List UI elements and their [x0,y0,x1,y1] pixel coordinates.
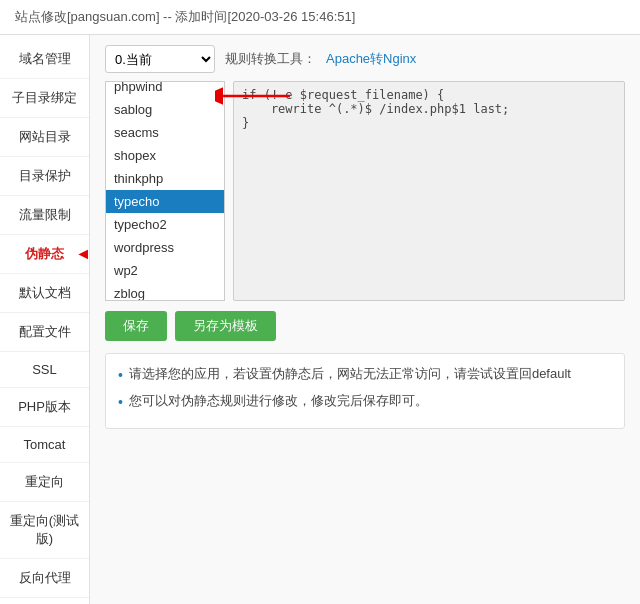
dropdown-list[interactable]: discuzx2discuzx3drupalecshopemloglaravel… [105,81,225,301]
toolbar-row: 0.当前 规则转换工具： Apache转Nginx [105,45,625,73]
main-content: 0.当前 规则转换工具： Apache转Nginx discuzx2discuz… [90,35,640,604]
version-select[interactable]: 0.当前 [105,45,215,73]
sidebar: 域名管理 子目录绑定 网站目录 目录保护 流量限制 伪静态 ◄ 默认文档 配 [0,35,90,604]
sidebar-item-ssl[interactable]: SSL [0,352,89,388]
editor-with-dropdown: discuzx2discuzx3drupalecshopemloglaravel… [105,81,625,301]
dropdown-item[interactable]: wordpress [106,236,224,259]
sidebar-item-domain[interactable]: 域名管理 [0,40,89,79]
sidebar-item-redirect-test[interactable]: 重定向(测试版) [0,502,89,559]
note-text-1: 请选择您的应用，若设置伪静态后，网站无法正常访问，请尝试设置回default [129,364,571,384]
active-arrow-icon: ◄ [75,245,91,263]
dropdown-item[interactable]: wp2 [106,259,224,282]
note-text-2: 您可以对伪静态规则进行修改，修改完后保存即可。 [129,391,428,411]
notes-section: • 请选择您的应用，若设置伪静态后，网站无法正常访问，请尝试设置回default… [105,353,625,429]
dropdown-item[interactable]: typecho [106,190,224,213]
sidebar-item-website-dir[interactable]: 网站目录 [0,118,89,157]
sidebar-item-php-version[interactable]: PHP版本 [0,388,89,427]
rule-convert-label: 规则转换工具： [225,50,316,68]
dropdown-item[interactable]: shopex [106,144,224,167]
dropdown-item[interactable]: seacms [106,121,224,144]
note-item-2: • 您可以对伪静态规则进行修改，修改完后保存即可。 [118,391,612,413]
dropdown-item[interactable]: typecho2 [106,213,224,236]
dropdown-item[interactable]: phpwind [106,81,224,98]
page-title: 站点修改[pangsuan.com] -- 添加时间[2020-03-26 15… [15,9,355,24]
sidebar-item-hotlink-protect[interactable]: 防盗链 [0,598,89,604]
content-area: 域名管理 子目录绑定 网站目录 目录保护 流量限制 伪静态 ◄ 默认文档 配 [0,35,640,604]
save-template-button[interactable]: 另存为模板 [175,311,276,341]
page-header: 站点修改[pangsuan.com] -- 添加时间[2020-03-26 15… [0,0,640,35]
code-editor[interactable] [233,81,625,301]
sidebar-item-traffic-limit[interactable]: 流量限制 [0,196,89,235]
dropdown-item[interactable]: sablog [106,98,224,121]
sidebar-item-dir-protect[interactable]: 目录保护 [0,157,89,196]
sidebar-item-tomcat[interactable]: Tomcat [0,427,89,463]
note-bullet-1: • [118,365,123,386]
sidebar-item-subdir[interactable]: 子目录绑定 [0,79,89,118]
page-wrapper: 站点修改[pangsuan.com] -- 添加时间[2020-03-26 15… [0,0,640,604]
sidebar-item-default-doc[interactable]: 默认文档 [0,274,89,313]
note-item-1: • 请选择您的应用，若设置伪静态后，网站无法正常访问，请尝试设置回default [118,364,612,386]
sidebar-item-reverse-proxy[interactable]: 反向代理 [0,559,89,598]
apache-to-nginx-link[interactable]: Apache转Nginx [326,50,416,68]
sidebar-item-pseudo-static[interactable]: 伪静态 ◄ [0,235,89,274]
action-buttons: 保存 另存为模板 [105,311,625,341]
save-button[interactable]: 保存 [105,311,167,341]
sidebar-item-redirect[interactable]: 重定向 [0,463,89,502]
dropdown-item[interactable]: zblog [106,282,224,301]
sidebar-item-config-file[interactable]: 配置文件 [0,313,89,352]
note-bullet-2: • [118,392,123,413]
dropdown-item[interactable]: thinkphp [106,167,224,190]
